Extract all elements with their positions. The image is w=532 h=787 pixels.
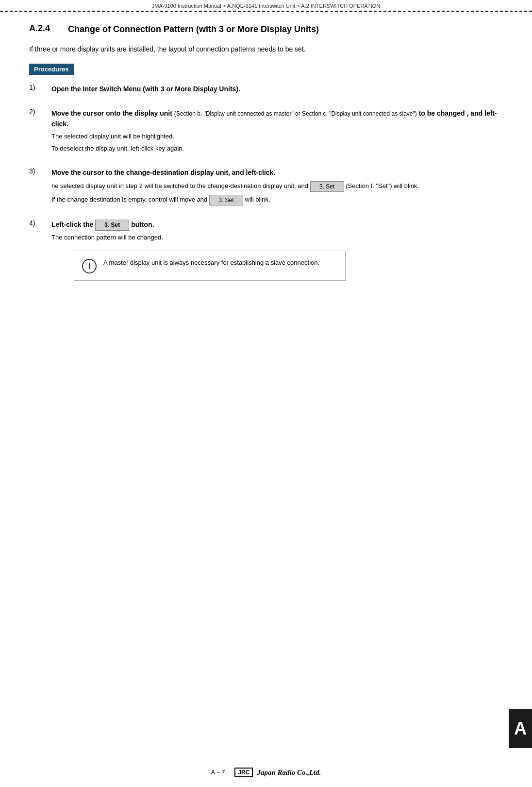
step-3-num: 3) xyxy=(29,167,44,175)
section-title: Change of Connection Pattern (with 3 or … xyxy=(68,23,319,35)
intro-paragraph: If three or more display units are insta… xyxy=(29,44,503,54)
step-4-content: Left-click the 3. Set button. The connec… xyxy=(51,219,503,281)
breadcrumb: JMA-9100 Instruction Manual > A.NQE-3141… xyxy=(0,0,532,12)
step-3-sub2-pre: If the change destination is empty, cont… xyxy=(51,196,207,203)
section-heading: A.2.4 Change of Connection Pattern (with… xyxy=(29,23,503,35)
step-2-num: 2) xyxy=(29,108,44,116)
info-box: i A master display unit is always necess… xyxy=(74,251,346,281)
step-2-title: Move the cursor onto the display unit (S… xyxy=(51,109,497,128)
side-tab-a: A xyxy=(509,709,532,748)
step-1-content: Open the Inter Switch Menu (with 3 or Mo… xyxy=(51,84,503,94)
main-content: A.2.4 Change of Connection Pattern (with… xyxy=(0,12,532,314)
page-wrapper: JMA-9100 Instruction Manual > A.NQE-3141… xyxy=(0,0,532,787)
step-3-sub1: he selected display unit in step 2 will … xyxy=(51,181,503,192)
step-3-content: Move the cursor to the change-destinatio… xyxy=(51,167,503,205)
step-4-btn: 3. Set xyxy=(95,220,129,231)
procedures-badge: Procedures xyxy=(29,64,74,75)
step-3-sub1-pre: he selected display unit in step 2 will … xyxy=(51,182,308,189)
step-4-note: The connection pattern will be changed. xyxy=(51,233,503,243)
step-3-sub1-post: (Section f. "Set") will blink. xyxy=(346,182,419,189)
step-3-btn2: 3. Set xyxy=(209,195,243,205)
step-1-num: 1) xyxy=(29,84,44,91)
step-1: 1) Open the Inter Switch Menu (with 3 or… xyxy=(29,84,503,94)
step-4-title-pre: Left-click the xyxy=(51,221,93,228)
info-icon: i xyxy=(82,259,97,274)
page-number: A－7 xyxy=(211,768,225,777)
step-1-title: Open the Inter Switch Menu (with 3 or Mo… xyxy=(51,85,240,93)
step-3-title: Move the cursor to the change-destinatio… xyxy=(51,169,275,176)
step-4-num: 4) xyxy=(29,219,44,227)
section-number: A.2.4 xyxy=(29,23,58,35)
step-3-sub2-post: will blink. xyxy=(245,196,270,203)
footer-brand: Japan Radio Co.,Ltd. xyxy=(257,769,321,777)
step-2-title-bold: Move the cursor onto the display unit xyxy=(51,109,174,117)
step-2-title-normal: (Section b. "Display unit connected as m… xyxy=(174,110,417,117)
step-2-note2: To deselect the display unit, left-click… xyxy=(51,144,503,154)
step-3: 3) Move the cursor to the change-destina… xyxy=(29,167,503,205)
step-4: 4) Left-click the 3. Set button. The con… xyxy=(29,219,503,281)
footer-logo-area: JRC Japan Radio Co.,Ltd. xyxy=(234,768,321,777)
step-2-content: Move the cursor onto the display unit (S… xyxy=(51,108,503,154)
info-text: A master display unit is always necessar… xyxy=(103,258,319,268)
jrc-box: JRC xyxy=(234,768,253,777)
step-3-sub2: If the change destination is empty, cont… xyxy=(51,195,503,205)
steps-list: 1) Open the Inter Switch Menu (with 3 or… xyxy=(29,84,503,281)
footer: A－7 JRC Japan Radio Co.,Ltd. xyxy=(0,768,532,777)
step-2: 2) Move the cursor onto the display unit… xyxy=(29,108,503,154)
step-3-btn1: 3. Set xyxy=(310,181,344,192)
step-4-title-post: button. xyxy=(131,221,154,228)
step-2-note1: The selected display unit will be highli… xyxy=(51,132,503,142)
step-4-title: Left-click the 3. Set button. xyxy=(51,221,154,228)
